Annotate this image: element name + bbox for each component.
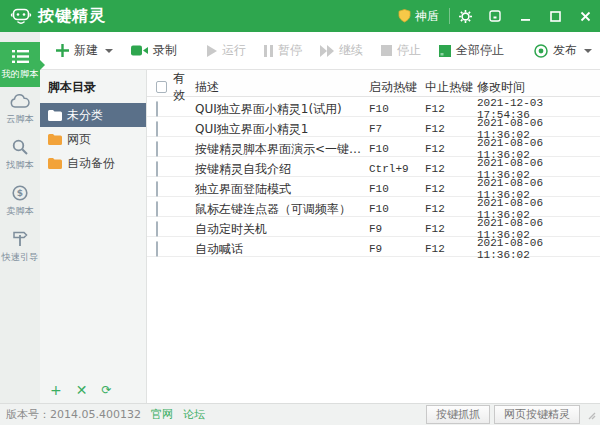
row-start-hotkey: F10 [369, 103, 425, 115]
folder-item-webpage[interactable]: 网页 [40, 127, 146, 151]
stop-all-button-label: 全部停止 [456, 42, 504, 59]
table-row[interactable]: QUI独立界面小精灵1 F7 F12 2021-08-06 11:36:02 [147, 117, 600, 137]
table-row[interactable]: 按键精灵脚本界面演示<一键启动> F10 F12 2021-08-06 11:3… [147, 137, 600, 157]
record-button-label: 录制 [153, 42, 177, 59]
row-abort-hotkey: F12 [425, 103, 477, 115]
select-all-checkbox[interactable] [156, 81, 167, 93]
record-button[interactable]: 录制 [123, 38, 185, 63]
row-start-hotkey: F9 [369, 243, 425, 255]
shield-badge[interactable]: 神盾 [388, 0, 449, 32]
table-row[interactable]: 自动定时关机 F9 F12 2021-08-06 11:36:02 [147, 217, 600, 237]
row-checkbox[interactable] [156, 121, 158, 137]
search-icon [12, 139, 28, 155]
folder-icon [48, 110, 62, 121]
row-description: 按键精灵脚本界面演示<一键启动> [195, 141, 369, 158]
row-checkbox[interactable] [156, 101, 158, 117]
row-checkbox[interactable] [156, 141, 158, 157]
publish-button[interactable]: 发布 [526, 38, 600, 63]
row-start-hotkey: Ctrl+9 [369, 163, 425, 175]
publish-icon [534, 44, 548, 58]
row-checkbox[interactable] [156, 221, 158, 237]
pause-button[interactable]: 暂停 [256, 38, 310, 63]
table-row[interactable]: 按键精灵自我介绍 Ctrl+9 F12 2021-08-06 11:36:02 [147, 157, 600, 177]
row-checkbox[interactable] [156, 201, 158, 217]
row-checkbox[interactable] [156, 181, 158, 197]
window: { "titlebar": { "app_title": "按键精灵", "sh… [0, 0, 600, 425]
row-abort-hotkey: F12 [425, 223, 477, 235]
row-start-hotkey: F7 [369, 123, 425, 135]
chevron-down-icon [105, 49, 113, 53]
row-valid-cell [147, 142, 195, 156]
header-start-hotkey: 启动热键 [369, 79, 425, 96]
sidebar-item-label: 云脚本 [6, 113, 34, 126]
row-description: 自动定时关机 [195, 221, 369, 238]
sidebar-item-quick-guide[interactable]: 快速引导 [0, 224, 40, 270]
folder-item-auto-backup[interactable]: 自动备份 [40, 151, 146, 175]
play-icon [207, 45, 217, 57]
signpost-icon [12, 231, 28, 247]
row-start-hotkey: F9 [369, 223, 425, 235]
table-row[interactable]: 自动喊话 F9 F12 2021-08-06 11:36:02 [147, 237, 600, 257]
close-icon[interactable] [570, 0, 600, 32]
row-checkbox[interactable] [156, 161, 158, 177]
table-row[interactable]: 独立界面登陆模式 F10 F12 2021-08-06 11:36:02 [147, 177, 600, 197]
row-abort-hotkey: F12 [425, 123, 477, 135]
stop-all-button[interactable]: 全部停止 [431, 38, 512, 63]
forum-link[interactable]: 论坛 [183, 407, 205, 422]
sidebar-item-label: 快速引导 [2, 251, 39, 264]
continue-button[interactable]: 继续 [312, 38, 371, 63]
run-button-label: 运行 [222, 42, 246, 59]
web-anjian-button[interactable]: 网页按键精灵 [494, 405, 580, 424]
delete-folder-icon[interactable]: ✕ [76, 383, 88, 397]
table-row[interactable]: QUI独立界面小精灵1(试用) F10 F12 2021-12-03 17:54… [147, 97, 600, 117]
pause-icon [264, 45, 273, 57]
row-start-hotkey: F10 [369, 143, 425, 155]
row-valid-cell [147, 102, 195, 116]
dollar-icon: $ [12, 185, 28, 201]
table-row[interactable]: 鼠标左键连点器（可调频率） F10 F12 2021-08-06 11:36:0… [147, 197, 600, 217]
header-modified: 修改时间 [477, 79, 600, 96]
script-table: 有效 描述 启动热键 中止热键 修改时间 QUI独立界面小精灵1(试用) F10… [147, 70, 600, 403]
header-abort-hotkey: 中止热键 [425, 79, 477, 96]
shield-icon [398, 9, 411, 23]
minimize-to-tray-icon[interactable] [480, 0, 510, 32]
publish-button-label: 发布 [553, 42, 577, 59]
app-title: 按键精灵 [38, 6, 106, 27]
new-button[interactable]: 新建 [48, 38, 121, 63]
robot-logo-icon [4, 0, 38, 32]
sidebar-item-sell-scripts[interactable]: $ 卖脚本 [0, 178, 40, 224]
shield-badge-label: 神盾 [415, 8, 439, 25]
row-abort-hotkey: F12 [425, 163, 477, 175]
official-site-link[interactable]: 官网 [151, 407, 173, 422]
sidebar-item-cloud-scripts[interactable]: 云脚本 [0, 87, 40, 132]
stop-button-label: 停止 [397, 42, 421, 59]
row-description: 鼠标左键连点器（可调频率） [195, 201, 369, 218]
row-checkbox[interactable] [156, 241, 158, 257]
resize-grip[interactable] [586, 410, 596, 420]
plus-icon [56, 44, 69, 57]
stop-button[interactable]: 停止 [373, 38, 429, 63]
sidebar-item-my-scripts[interactable]: 我的脚本 [0, 42, 40, 87]
list-icon [12, 49, 29, 64]
sidebar-item-label: 卖脚本 [6, 205, 34, 218]
titlebar: 按键精灵 神盾 [0, 0, 600, 32]
row-description: 按键精灵自我介绍 [195, 161, 369, 178]
key-grabber-button[interactable]: 按键抓抓 [426, 405, 490, 424]
refresh-icon[interactable]: ⟳ [101, 384, 111, 396]
sidebar-item-find-scripts[interactable]: 找脚本 [0, 132, 40, 178]
stop-all-icon [439, 45, 451, 57]
new-button-label: 新建 [74, 42, 98, 59]
status-links: 官网 论坛 [151, 407, 205, 422]
add-folder-icon[interactable]: + [50, 383, 62, 397]
row-description: 独立界面登陆模式 [195, 181, 369, 198]
minimize-icon[interactable] [510, 0, 540, 32]
row-start-hotkey: F10 [369, 183, 425, 195]
sidebar-item-label: 找脚本 [6, 159, 34, 172]
nav-sidebar: 我的脚本 云脚本 找脚本 $ [0, 32, 40, 403]
run-button[interactable]: 运行 [199, 38, 254, 63]
maximize-icon[interactable] [540, 0, 570, 32]
row-description: QUI独立界面小精灵1(试用) [195, 101, 369, 118]
row-description: QUI独立界面小精灵1 [195, 121, 369, 138]
folder-item-uncategorized[interactable]: 未分类 [40, 103, 146, 127]
settings-gear-icon[interactable] [450, 0, 480, 32]
